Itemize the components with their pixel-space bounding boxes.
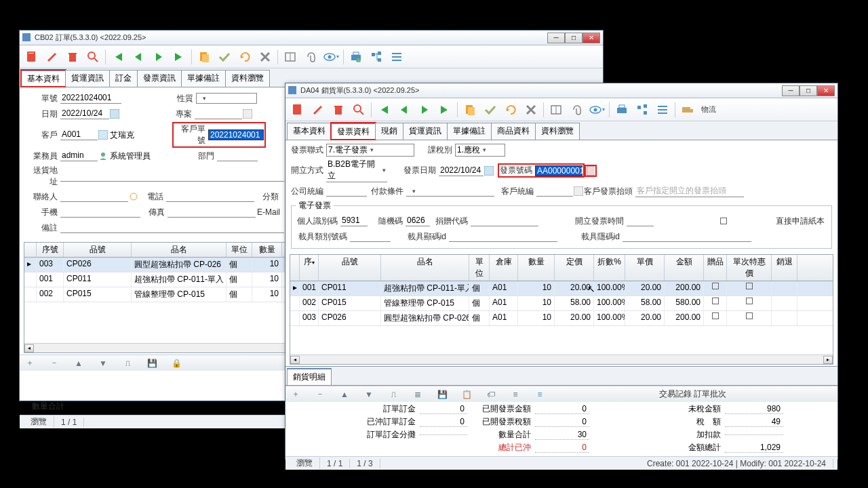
custtax-icon[interactable] [573,186,584,197]
tab-cash[interactable]: 現銷 [375,123,403,140]
max-button[interactable]: □ [565,33,583,43]
gh-unit[interactable]: 單位 [226,243,252,257]
dd-pay[interactable] [406,186,494,197]
val-date[interactable]: 2022/10/24 [60,108,109,119]
print-icon[interactable] [348,49,364,65]
tab-browse[interactable]: 資料瀏覽 [535,123,580,140]
copy-icon[interactable] [196,49,212,65]
val-cartype[interactable] [350,231,391,242]
dd-invtype[interactable]: 7.電子發票 [326,144,414,157]
delete-icon[interactable] [330,102,347,118]
chk-special[interactable] [746,283,753,289]
edit-icon[interactable] [310,102,326,118]
save-icon[interactable]: 💾 [146,357,158,369]
val-cotax[interactable] [326,186,367,197]
list-icon[interactable]: ≣ [412,388,424,401]
delete-icon[interactable] [64,49,81,65]
search-icon[interactable] [85,49,101,65]
val-don[interactable] [471,216,538,226]
plus-icon[interactable]: ＋ [290,388,302,401]
close-button[interactable]: ✕ [583,33,600,43]
tree-icon[interactable] [368,49,384,65]
gh-name[interactable]: 品名 [132,243,226,257]
chk-gift[interactable] [712,312,719,319]
tab-deposit[interactable]: 訂金 [109,70,138,87]
gh-unit[interactable]: 單位 [469,255,490,281]
print-icon[interactable] [614,102,630,118]
book-icon[interactable] [548,102,564,118]
down-icon[interactable]: ▼ [97,357,109,369]
val-shipaddr[interactable] [60,171,284,182]
undo-icon[interactable] [502,102,519,118]
gh-wh[interactable]: 倉庫 [490,255,518,281]
book-icon[interactable] [282,49,298,65]
val-invdate[interactable]: 2022/10/24 [439,165,484,176]
dd-prop[interactable] [196,93,257,104]
confirm-icon[interactable] [216,49,233,65]
next-icon[interactable] [151,49,167,65]
menu3-icon[interactable]: ≡ [534,388,546,401]
gh-special[interactable]: 單次特惠價 [727,255,772,281]
new-icon[interactable] [24,49,40,65]
max-button[interactable]: □ [800,85,817,96]
view-icon[interactable]: ▾ [323,49,339,65]
dd-open[interactable]: B.B2B電子開立 [326,159,387,182]
val-carhid[interactable] [623,231,751,242]
first-icon[interactable] [110,49,126,65]
minus-icon[interactable]: － [48,357,60,369]
first-icon[interactable] [376,102,392,118]
menu2-icon[interactable]: ≡ [509,388,521,401]
confirm-icon[interactable] [482,102,498,118]
tree-icon[interactable] [634,102,650,118]
plus-icon[interactable]: ＋ [24,357,36,369]
tab-basic[interactable]: 基本資料 [287,123,332,140]
invno-lookup-icon[interactable] [585,165,596,176]
tab-browse[interactable]: 資料瀏覽 [225,70,270,87]
user-icon[interactable] [98,150,108,161]
val-orderno[interactable]: 20221024001 [60,93,121,104]
next-icon[interactable] [416,102,433,118]
calendar-icon[interactable] [109,108,120,119]
prev-icon[interactable] [130,49,146,65]
lock-icon[interactable]: 🔒 [170,357,182,369]
val-invno[interactable]: AA00000001 [535,165,583,176]
val-contact[interactable] [60,191,128,202]
val-mobile[interactable] [60,207,140,218]
val-custtax[interactable] [536,186,573,197]
gh-pn[interactable]: 品號 [319,255,381,281]
tab-ship[interactable]: 貨運資訊 [65,70,110,87]
gh-price[interactable]: 定價 [555,255,594,281]
org-icon[interactable]: ⎍ [121,357,134,369]
val-cust[interactable]: A001 [60,129,98,140]
min-button[interactable]: ─ [547,33,565,43]
tab-ship[interactable]: 貨運資訊 [403,123,448,140]
chk-paper[interactable] [720,218,727,224]
undo-icon[interactable] [237,49,253,65]
close-button[interactable]: ✕ [817,85,835,96]
val-custtitle[interactable]: 客戶指定開立的發票抬頭 [635,185,744,197]
gh-qty[interactable]: 數量 [252,243,282,257]
gh-pn[interactable]: 品號 [64,243,132,257]
gh-qty[interactable]: 數量 [518,255,555,281]
gh-name[interactable]: 品名 [381,255,469,281]
tab-detail[interactable]: 銷貨明細 [287,368,332,385]
val-opentime[interactable] [627,216,654,226]
menu-icon[interactable] [389,49,405,65]
contact-icon[interactable] [128,191,139,202]
titlebar-b[interactable]: DA04 銷貨單(5.3.3.0) <2022.09.25> ─ □ ✕ [285,83,837,98]
tab-invoice[interactable]: 發票資訊 [137,70,182,87]
val-proj[interactable] [195,108,242,119]
gh-amt[interactable]: 金額 [665,255,704,281]
search-icon[interactable] [351,102,367,118]
val-custorder[interactable]: 20221024001 [208,129,264,140]
tab-invoice[interactable]: 發票資料 [331,123,376,140]
copy-icon[interactable] [462,102,478,118]
last-icon[interactable] [437,102,453,118]
lookup-icon[interactable] [242,108,253,119]
chk-gift[interactable] [712,298,719,304]
gh-gift[interactable]: 贈品 [704,255,727,281]
calendar-icon[interactable] [484,165,494,176]
view-icon[interactable]: ▾ [589,102,605,118]
copy-icon[interactable]: 📋 [460,388,473,401]
chk-gift[interactable] [712,283,719,289]
